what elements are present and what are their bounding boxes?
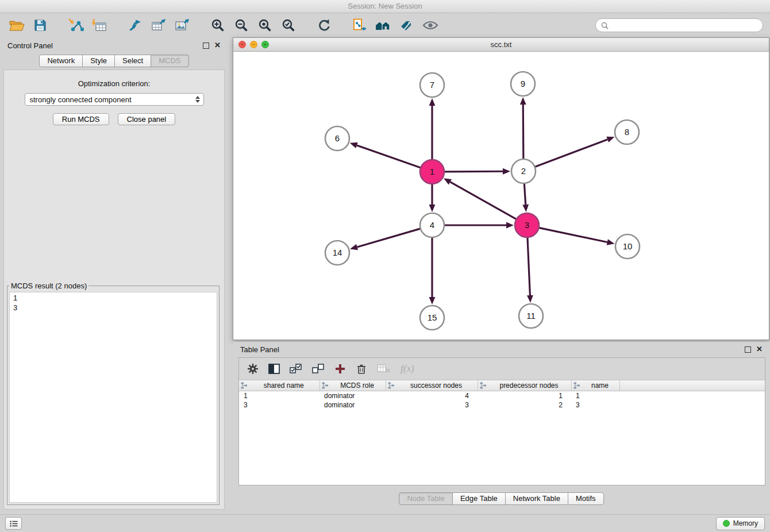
columns-icon[interactable] [268,364,280,374]
network-graph[interactable]: 7968124314101511 [234,52,768,340]
graph-node-11[interactable]: 11 [519,304,543,328]
eye-icon[interactable] [421,16,440,34]
network-canvas[interactable]: 7968124314101511 [234,52,768,340]
graph-edge-4-3[interactable] [444,222,514,229]
criterion-selected-value: strongly connected component [30,95,195,104]
import-network-icon[interactable] [66,16,86,34]
window-minimize-icon[interactable]: − [250,41,257,48]
graph-edge-1-6[interactable] [350,142,421,168]
run-mcds-button[interactable]: Run MCDS [53,113,109,125]
add-row-icon[interactable] [334,363,346,375]
window-title: Session: New Session [348,2,422,10]
memory-button[interactable]: Memory [716,517,765,530]
graph-edge-4-14[interactable] [350,229,421,250]
graph-node-15[interactable]: 15 [420,306,444,330]
table-row[interactable]: 3dominator323 [239,400,765,410]
tab-network[interactable]: Network [39,55,83,67]
delete-table-icon[interactable] [377,364,391,374]
tab-motifs[interactable]: Motifs [568,492,604,505]
window-maximize-icon[interactable]: + [261,41,269,48]
graph-node-7[interactable]: 7 [420,73,444,97]
cell-shared-name[interactable]: 1 [239,391,319,401]
zoom-fit-icon[interactable] [255,16,275,34]
document-network-icon[interactable] [350,16,369,34]
column-header-shared-name[interactable]: shared name [239,380,319,391]
mcds-result-list[interactable]: 13 [9,292,217,503]
graph-edge-2-8[interactable] [535,137,615,167]
cell-successor-nodes[interactable]: 4 [386,391,478,401]
tab-style[interactable]: Style [82,55,115,67]
column-header-successor-nodes[interactable]: successor nodes [386,380,478,391]
close-table-panel-icon[interactable]: ✕ [756,346,763,353]
tab-node-table[interactable]: Node Table [399,492,453,505]
select-all-icon[interactable] [290,364,302,374]
houses-icon[interactable] [374,16,393,34]
table-row[interactable]: 1dominator411 [239,391,765,401]
export-image-icon[interactable] [172,16,192,34]
cell-MCDS-role[interactable]: dominator [319,391,386,401]
refresh-icon[interactable] [314,16,334,34]
zoom-selected-icon[interactable] [279,16,298,34]
network-window-titlebar[interactable]: scc.txt × − + [233,38,769,52]
column-header-name[interactable]: name [571,380,619,391]
function-builder-icon[interactable]: f(x) [401,363,414,375]
close-panel-button[interactable]: Close panel [118,113,176,125]
float-table-panel-icon[interactable] [745,346,751,353]
tab-network-table[interactable]: Network Table [505,492,568,505]
zoom-in-icon[interactable] [208,16,228,34]
graph-edge-4-15[interactable] [429,237,436,304]
graph-edge-3-1[interactable] [444,178,517,219]
cell-MCDS-role[interactable]: dominator [319,400,386,410]
optimization-criterion-label: Optimization criterion: [4,79,224,88]
graph-node-8[interactable]: 8 [615,120,639,144]
table-toolbar: f(x) [239,358,765,380]
zoom-out-icon[interactable] [232,16,251,34]
criterion-select[interactable]: strongly connected component [25,93,204,106]
deselect-all-icon[interactable] [312,364,325,374]
export-table-icon[interactable] [149,16,168,34]
graph-node-4[interactable]: 4 [420,213,444,237]
graph-edge-1-4[interactable] [429,184,436,212]
graph-edge-3-10[interactable] [539,228,615,245]
table-panel-title: Table Panel [240,345,279,354]
column-edit-icon [388,382,395,391]
gear-icon[interactable] [247,363,259,375]
export-network-icon[interactable] [125,16,145,34]
cell-successor-nodes[interactable]: 3 [386,400,478,410]
graph-edge-1-7[interactable] [429,98,436,160]
import-table-icon[interactable] [90,16,109,34]
graph-edge-2-3[interactable] [522,183,529,212]
graph-node-2[interactable]: 2 [511,159,536,183]
cell-name[interactable]: 1 [571,391,619,401]
open-file-icon[interactable] [7,16,26,34]
search-input[interactable] [611,21,757,30]
tab-select[interactable]: Select [114,55,151,67]
cell-name[interactable]: 3 [571,400,619,410]
graph-edge-2-9[interactable] [520,97,526,159]
task-history-button[interactable] [5,517,22,530]
cell-predecessor-nodes[interactable]: 1 [478,391,571,401]
graph-node-3[interactable]: 3 [515,213,539,237]
tab-mcds[interactable]: MCDS [151,55,188,67]
svg-text:7: 7 [430,80,434,90]
graph-node-6[interactable]: 6 [325,126,349,151]
column-header-MCDS-role[interactable]: MCDS role [319,380,386,391]
mcds-result-line: 1 [13,293,213,303]
paint-tag-icon[interactable] [397,16,417,34]
window-close-icon[interactable]: × [238,41,246,48]
tab-edge-table[interactable]: Edge Table [452,492,506,505]
trash-icon[interactable] [356,363,367,375]
cell-predecessor-nodes[interactable]: 2 [478,400,571,410]
close-panel-icon[interactable]: ✕ [214,42,221,49]
cell-shared-name[interactable]: 3 [239,400,319,410]
graph-edge-1-2[interactable] [444,168,510,175]
save-icon[interactable] [30,16,50,34]
graph-node-9[interactable]: 9 [511,72,535,96]
graph-edge-3-11[interactable] [527,237,533,303]
graph-node-14[interactable]: 14 [325,241,349,265]
float-panel-icon[interactable] [203,43,209,49]
graph-node-10[interactable]: 10 [615,234,640,259]
graph-node-1[interactable]: 1 [420,160,444,184]
column-header-predecessor-nodes[interactable]: predecessor nodes [478,380,571,391]
svg-text:8: 8 [625,127,629,137]
